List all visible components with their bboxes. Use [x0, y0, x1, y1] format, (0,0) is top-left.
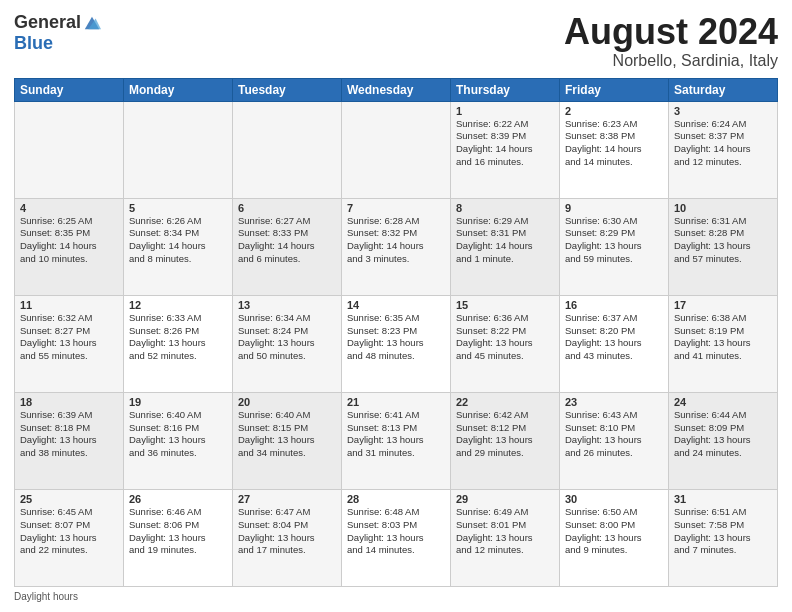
day-info: Sunrise: 6:24 AM Sunset: 8:37 PM Dayligh… [674, 118, 772, 169]
day-info: Sunrise: 6:43 AM Sunset: 8:10 PM Dayligh… [565, 409, 663, 460]
day-info: Sunrise: 6:49 AM Sunset: 8:01 PM Dayligh… [456, 506, 554, 557]
calendar-cell: 19Sunrise: 6:40 AM Sunset: 8:16 PM Dayli… [124, 392, 233, 489]
calendar-cell: 24Sunrise: 6:44 AM Sunset: 8:09 PM Dayli… [669, 392, 778, 489]
day-number: 8 [456, 202, 554, 214]
calendar-header-sunday: Sunday [15, 78, 124, 101]
footer-note: Daylight hours [14, 591, 778, 602]
day-number: 12 [129, 299, 227, 311]
calendar-week-1: 1Sunrise: 6:22 AM Sunset: 8:39 PM Daylig… [15, 101, 778, 198]
logo-general-text: General [14, 12, 81, 33]
calendar-cell: 25Sunrise: 6:45 AM Sunset: 8:07 PM Dayli… [15, 489, 124, 586]
day-number: 15 [456, 299, 554, 311]
calendar-cell: 30Sunrise: 6:50 AM Sunset: 8:00 PM Dayli… [560, 489, 669, 586]
day-number: 25 [20, 493, 118, 505]
calendar-cell: 12Sunrise: 6:33 AM Sunset: 8:26 PM Dayli… [124, 295, 233, 392]
calendar-header-saturday: Saturday [669, 78, 778, 101]
calendar-cell: 1Sunrise: 6:22 AM Sunset: 8:39 PM Daylig… [451, 101, 560, 198]
calendar-header-thursday: Thursday [451, 78, 560, 101]
day-number: 26 [129, 493, 227, 505]
day-number: 29 [456, 493, 554, 505]
calendar-header-monday: Monday [124, 78, 233, 101]
calendar-week-4: 18Sunrise: 6:39 AM Sunset: 8:18 PM Dayli… [15, 392, 778, 489]
day-info: Sunrise: 6:29 AM Sunset: 8:31 PM Dayligh… [456, 215, 554, 266]
day-info: Sunrise: 6:40 AM Sunset: 8:15 PM Dayligh… [238, 409, 336, 460]
calendar-cell: 23Sunrise: 6:43 AM Sunset: 8:10 PM Dayli… [560, 392, 669, 489]
day-number: 5 [129, 202, 227, 214]
calendar-cell: 14Sunrise: 6:35 AM Sunset: 8:23 PM Dayli… [342, 295, 451, 392]
day-number: 27 [238, 493, 336, 505]
location: Norbello, Sardinia, Italy [564, 52, 778, 70]
calendar-cell: 26Sunrise: 6:46 AM Sunset: 8:06 PM Dayli… [124, 489, 233, 586]
calendar-week-5: 25Sunrise: 6:45 AM Sunset: 8:07 PM Dayli… [15, 489, 778, 586]
calendar-cell: 9Sunrise: 6:30 AM Sunset: 8:29 PM Daylig… [560, 198, 669, 295]
day-info: Sunrise: 6:36 AM Sunset: 8:22 PM Dayligh… [456, 312, 554, 363]
calendar-cell: 17Sunrise: 6:38 AM Sunset: 8:19 PM Dayli… [669, 295, 778, 392]
calendar-header-friday: Friday [560, 78, 669, 101]
calendar-cell [233, 101, 342, 198]
day-info: Sunrise: 6:51 AM Sunset: 7:58 PM Dayligh… [674, 506, 772, 557]
day-info: Sunrise: 6:48 AM Sunset: 8:03 PM Dayligh… [347, 506, 445, 557]
day-info: Sunrise: 6:27 AM Sunset: 8:33 PM Dayligh… [238, 215, 336, 266]
day-info: Sunrise: 6:44 AM Sunset: 8:09 PM Dayligh… [674, 409, 772, 460]
day-number: 16 [565, 299, 663, 311]
calendar-cell: 22Sunrise: 6:42 AM Sunset: 8:12 PM Dayli… [451, 392, 560, 489]
day-number: 28 [347, 493, 445, 505]
calendar-cell: 18Sunrise: 6:39 AM Sunset: 8:18 PM Dayli… [15, 392, 124, 489]
day-number: 3 [674, 105, 772, 117]
day-number: 6 [238, 202, 336, 214]
day-number: 23 [565, 396, 663, 408]
day-number: 9 [565, 202, 663, 214]
calendar-cell: 8Sunrise: 6:29 AM Sunset: 8:31 PM Daylig… [451, 198, 560, 295]
calendar-cell [15, 101, 124, 198]
day-number: 22 [456, 396, 554, 408]
day-info: Sunrise: 6:22 AM Sunset: 8:39 PM Dayligh… [456, 118, 554, 169]
calendar-cell: 16Sunrise: 6:37 AM Sunset: 8:20 PM Dayli… [560, 295, 669, 392]
day-number: 14 [347, 299, 445, 311]
calendar-cell: 29Sunrise: 6:49 AM Sunset: 8:01 PM Dayli… [451, 489, 560, 586]
calendar-header-row: SundayMondayTuesdayWednesdayThursdayFrid… [15, 78, 778, 101]
day-info: Sunrise: 6:47 AM Sunset: 8:04 PM Dayligh… [238, 506, 336, 557]
day-info: Sunrise: 6:50 AM Sunset: 8:00 PM Dayligh… [565, 506, 663, 557]
day-info: Sunrise: 6:30 AM Sunset: 8:29 PM Dayligh… [565, 215, 663, 266]
day-info: Sunrise: 6:40 AM Sunset: 8:16 PM Dayligh… [129, 409, 227, 460]
day-info: Sunrise: 6:34 AM Sunset: 8:24 PM Dayligh… [238, 312, 336, 363]
calendar-header-wednesday: Wednesday [342, 78, 451, 101]
calendar-cell [342, 101, 451, 198]
day-number: 17 [674, 299, 772, 311]
logo-blue-text: Blue [14, 33, 53, 54]
calendar-cell [124, 101, 233, 198]
day-number: 21 [347, 396, 445, 408]
day-info: Sunrise: 6:46 AM Sunset: 8:06 PM Dayligh… [129, 506, 227, 557]
calendar-cell: 13Sunrise: 6:34 AM Sunset: 8:24 PM Dayli… [233, 295, 342, 392]
logo: General Blue [14, 12, 101, 54]
calendar-cell: 28Sunrise: 6:48 AM Sunset: 8:03 PM Dayli… [342, 489, 451, 586]
day-info: Sunrise: 6:28 AM Sunset: 8:32 PM Dayligh… [347, 215, 445, 266]
day-number: 13 [238, 299, 336, 311]
calendar-cell: 27Sunrise: 6:47 AM Sunset: 8:04 PM Dayli… [233, 489, 342, 586]
day-info: Sunrise: 6:23 AM Sunset: 8:38 PM Dayligh… [565, 118, 663, 169]
calendar-cell: 31Sunrise: 6:51 AM Sunset: 7:58 PM Dayli… [669, 489, 778, 586]
calendar-cell: 15Sunrise: 6:36 AM Sunset: 8:22 PM Dayli… [451, 295, 560, 392]
calendar-week-2: 4Sunrise: 6:25 AM Sunset: 8:35 PM Daylig… [15, 198, 778, 295]
calendar-cell: 3Sunrise: 6:24 AM Sunset: 8:37 PM Daylig… [669, 101, 778, 198]
day-number: 1 [456, 105, 554, 117]
logo-icon [83, 14, 101, 32]
day-number: 24 [674, 396, 772, 408]
calendar-cell: 5Sunrise: 6:26 AM Sunset: 8:34 PM Daylig… [124, 198, 233, 295]
calendar-header-tuesday: Tuesday [233, 78, 342, 101]
day-number: 18 [20, 396, 118, 408]
day-info: Sunrise: 6:37 AM Sunset: 8:20 PM Dayligh… [565, 312, 663, 363]
day-number: 31 [674, 493, 772, 505]
day-number: 19 [129, 396, 227, 408]
calendar-cell: 4Sunrise: 6:25 AM Sunset: 8:35 PM Daylig… [15, 198, 124, 295]
day-info: Sunrise: 6:25 AM Sunset: 8:35 PM Dayligh… [20, 215, 118, 266]
calendar-table: SundayMondayTuesdayWednesdayThursdayFrid… [14, 78, 778, 587]
day-info: Sunrise: 6:26 AM Sunset: 8:34 PM Dayligh… [129, 215, 227, 266]
day-number: 10 [674, 202, 772, 214]
month-title: August 2024 [564, 12, 778, 52]
day-number: 30 [565, 493, 663, 505]
day-info: Sunrise: 6:42 AM Sunset: 8:12 PM Dayligh… [456, 409, 554, 460]
day-info: Sunrise: 6:45 AM Sunset: 8:07 PM Dayligh… [20, 506, 118, 557]
calendar-cell: 6Sunrise: 6:27 AM Sunset: 8:33 PM Daylig… [233, 198, 342, 295]
calendar-cell: 21Sunrise: 6:41 AM Sunset: 8:13 PM Dayli… [342, 392, 451, 489]
